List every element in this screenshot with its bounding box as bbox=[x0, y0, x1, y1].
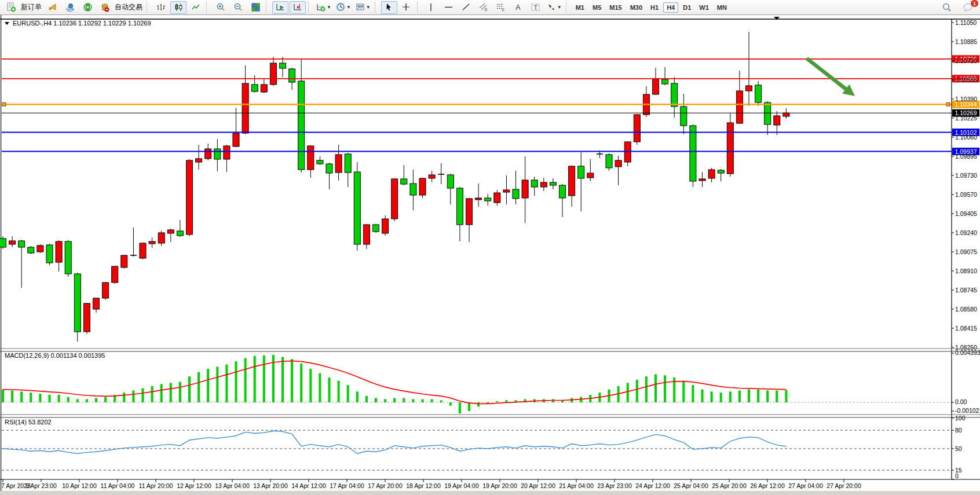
channel-button[interactable]: E bbox=[476, 1, 492, 14]
price-tick-label: 1.08415 bbox=[955, 325, 977, 332]
auto-trading-button[interactable] bbox=[97, 1, 113, 14]
text-button[interactable]: A bbox=[510, 1, 526, 14]
toolbar-separator bbox=[206, 2, 210, 13]
chart-shift-button[interactable] bbox=[290, 1, 306, 14]
date-label: 23 Apr 23:00 bbox=[597, 482, 632, 489]
zoom-in-button[interactable] bbox=[213, 1, 229, 14]
periods-menu-button[interactable]: ▼ bbox=[334, 1, 353, 14]
candle-body bbox=[503, 190, 510, 192]
candle bbox=[103, 282, 109, 300]
candle bbox=[121, 255, 127, 269]
zoom-out-button[interactable] bbox=[230, 1, 246, 14]
candle-body bbox=[587, 173, 594, 178]
svg-text:A: A bbox=[515, 3, 521, 12]
price-tick-label: 1.08910 bbox=[955, 267, 977, 274]
main-toolbar: 新订单 自动交易 bbox=[0, 0, 980, 15]
signals-button[interactable] bbox=[79, 1, 96, 14]
auto-trading-label[interactable]: 自动交易 bbox=[115, 2, 142, 12]
arrows-button[interactable]: ▼ bbox=[545, 1, 564, 14]
line-handle[interactable] bbox=[2, 102, 6, 106]
new-order-label[interactable]: 新订单 bbox=[21, 2, 42, 12]
new-order-button[interactable] bbox=[3, 1, 19, 14]
bars-chart-button[interactable] bbox=[153, 1, 169, 14]
templates-button[interactable]: ▼ bbox=[354, 1, 372, 14]
timeframe-mn[interactable]: MN bbox=[714, 2, 730, 13]
auto-trading-icon bbox=[100, 2, 110, 12]
indicators-button[interactable]: ▼ bbox=[315, 1, 333, 14]
chart-window[interactable]: 1.107361.105661.103441.102691.101021.099… bbox=[0, 0, 980, 495]
horizontal-line-icon bbox=[444, 2, 454, 12]
macd-axis-label: -0.001021 bbox=[955, 407, 980, 414]
candle bbox=[65, 240, 71, 277]
crosshair-button[interactable] bbox=[398, 1, 415, 14]
candle-body bbox=[466, 199, 473, 225]
cursor-button[interactable] bbox=[381, 1, 397, 14]
date-label: 20 Apr 12:00 bbox=[521, 482, 555, 489]
fibonacci-button[interactable]: F bbox=[493, 1, 509, 14]
timeframe-m1[interactable]: M1 bbox=[572, 2, 588, 13]
price-tick-label: 1.09405 bbox=[955, 210, 977, 217]
candles-chart-button[interactable] bbox=[170, 1, 187, 14]
timeframe-h1[interactable]: H1 bbox=[647, 2, 662, 13]
auto-scroll-button[interactable] bbox=[272, 1, 288, 14]
timeframe-switcher: M1M5M15M30H1H4D1W1MN bbox=[572, 2, 731, 13]
candle-body bbox=[540, 182, 547, 187]
tile-windows-button[interactable] bbox=[247, 1, 264, 14]
chart-canvas[interactable]: 1.107361.105661.103441.102691.101021.099… bbox=[0, 0, 980, 495]
candle-body bbox=[242, 83, 248, 133]
line-chart-icon bbox=[191, 2, 201, 12]
arrows-icon bbox=[547, 2, 557, 12]
date-label: 27 Apr 20:00 bbox=[827, 482, 861, 489]
timeframe-h4[interactable]: H4 bbox=[663, 2, 678, 13]
candle-body bbox=[354, 172, 360, 244]
timeframe-m30[interactable]: M30 bbox=[627, 2, 646, 13]
candle-body bbox=[447, 175, 454, 188]
candle-body bbox=[708, 170, 715, 178]
candle-body bbox=[74, 274, 81, 332]
price-tick-label: 1.11050 bbox=[955, 19, 977, 26]
candle-body bbox=[270, 63, 276, 85]
search-button[interactable] bbox=[939, 1, 955, 14]
rsi-axis-label: 0 bbox=[955, 472, 959, 479]
candle bbox=[46, 244, 53, 265]
candle-body bbox=[382, 219, 389, 233]
text-label-button[interactable]: T bbox=[528, 1, 544, 14]
candle-body bbox=[112, 266, 118, 283]
candle-body bbox=[0, 239, 6, 247]
auto-scroll-icon bbox=[276, 2, 286, 12]
date-label: 11 Apr 20:00 bbox=[139, 482, 173, 489]
candles-chart-icon bbox=[174, 2, 184, 12]
candle-body bbox=[569, 166, 575, 196]
line-chart-button[interactable] bbox=[188, 1, 204, 14]
timeframe-m5[interactable]: M5 bbox=[589, 2, 605, 13]
timeframe-m15[interactable]: M15 bbox=[606, 2, 625, 13]
line-handle[interactable] bbox=[946, 102, 950, 106]
timeframe-d1[interactable]: D1 bbox=[679, 2, 694, 13]
candle-body bbox=[233, 133, 239, 146]
horizontal-line-button[interactable] bbox=[441, 1, 457, 14]
chat-button[interactable]: 1 bbox=[960, 1, 976, 14]
community-icon bbox=[65, 2, 75, 12]
price-tick-label: 1.10225 bbox=[955, 115, 977, 122]
candle-body bbox=[774, 116, 780, 125]
toolbar-separator bbox=[566, 2, 570, 13]
candle-body bbox=[317, 160, 323, 164]
price-tick-label: 1.08580 bbox=[955, 306, 977, 313]
candle-body bbox=[373, 225, 379, 232]
candle-body bbox=[531, 180, 537, 187]
trendline-button[interactable] bbox=[458, 1, 474, 14]
candle-body bbox=[401, 179, 407, 184]
trendline-icon bbox=[461, 2, 471, 12]
candle-body bbox=[140, 243, 146, 258]
date-label: 10 Apr 12:00 bbox=[62, 482, 97, 489]
candle-body bbox=[662, 79, 668, 84]
alert-button[interactable] bbox=[45, 1, 61, 14]
timeframe-w1[interactable]: W1 bbox=[696, 2, 712, 13]
rsi-axis-label: 100 bbox=[955, 415, 966, 421]
community-button[interactable] bbox=[62, 1, 78, 14]
text-label-icon: T bbox=[531, 2, 540, 12]
vertical-line-button[interactable] bbox=[423, 1, 440, 14]
candle-body bbox=[149, 241, 155, 244]
date-label: 13 Apr 20:00 bbox=[253, 482, 288, 489]
toolbar-separator bbox=[375, 2, 379, 13]
